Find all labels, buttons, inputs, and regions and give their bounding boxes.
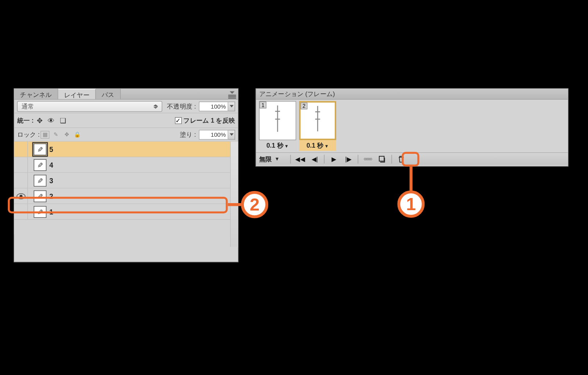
loop-select[interactable]: 無限 [259, 155, 288, 164]
opacity-dropdown-icon[interactable] [228, 101, 235, 111]
blend-opacity-row: 通常 不透明度 : 100% [14, 100, 238, 113]
blend-mode-select[interactable]: 通常 [17, 101, 162, 112]
callout-1: 1 [397, 191, 425, 218]
visibility-toggle[interactable] [14, 142, 28, 157]
lock-all-icon[interactable]: 🔒 [73, 130, 82, 138]
lock-label: ロック : [17, 130, 40, 139]
tab-paths[interactable]: パス [96, 89, 121, 99]
animation-title-text: アニメーション (フレーム) [259, 89, 335, 98]
layer-thumbnail[interactable] [34, 143, 47, 155]
layer-name: 5 [49, 145, 53, 153]
animation-frame[interactable]: 1 0.1 秒 [259, 101, 296, 151]
tab-label: パス [102, 90, 115, 99]
frame-content-icon [277, 105, 278, 132]
next-frame-button[interactable]: |▶ [342, 154, 355, 164]
panel-menu-icon[interactable] [228, 91, 236, 98]
layer-row[interactable]: 5 [14, 142, 238, 157]
callout-2: 2 [241, 191, 268, 218]
layers-panel: チャンネル レイヤー パス 通常 不透明度 : 100% 統一 : ✥ 👁 ❏ … [14, 88, 238, 262]
fill-input[interactable]: 100% [199, 130, 228, 139]
callout-box-1 [402, 152, 419, 167]
first-frame-button[interactable]: ◀◀ [294, 154, 307, 164]
duplicate-frame-button[interactable] [376, 154, 389, 164]
lock-transparent-icon[interactable]: ▦ [41, 130, 50, 138]
layer-row[interactable]: 3 [14, 173, 238, 189]
callout-2-text: 2 [250, 195, 260, 215]
lock-fill-row: ロック : ▦ ✎ ✥ 🔒 塗り : 100% [14, 128, 238, 142]
layer-row[interactable]: 4 [14, 157, 238, 173]
callout-1-text: 1 [406, 194, 416, 214]
layer-thumbnail[interactable] [34, 175, 47, 186]
visibility-toggle[interactable] [14, 157, 28, 173]
frame-number: 2 [301, 103, 308, 110]
unify-style-icon[interactable]: ❏ [58, 116, 68, 125]
callout-connector-1 [410, 166, 413, 193]
layers-tab-strip: チャンネル レイヤー パス [14, 89, 238, 100]
frame-content-icon [317, 106, 318, 132]
play-button[interactable]: ▶ [328, 154, 341, 164]
fill-label: 塗り : [180, 130, 196, 139]
tween-button[interactable]: ○○○○ [361, 154, 374, 164]
callout-connector-2 [228, 203, 243, 206]
layer-name: 4 [49, 161, 53, 169]
frame-delay-text: 0.1 秒 [266, 142, 283, 149]
layer-list-footer [14, 220, 238, 235]
layer-thumbnail[interactable] [34, 159, 47, 171]
frame-strip: 1 0.1 秒 2 0.1 秒 [256, 100, 568, 152]
frame-delay[interactable]: 0.1 秒 [259, 140, 296, 151]
propagate-frame1-checkbox[interactable] [175, 117, 182, 124]
opacity-input[interactable]: 100% [199, 101, 228, 111]
lock-position-icon[interactable]: ✥ [62, 130, 71, 138]
unify-visibility-icon[interactable]: 👁 [47, 116, 56, 125]
tab-channels[interactable]: チャンネル [14, 89, 58, 99]
animation-panel-title: アニメーション (フレーム) [256, 89, 568, 100]
frame-delay[interactable]: 0.1 秒 [299, 140, 336, 151]
svg-rect-0 [379, 156, 384, 161]
loop-value: 無限 [259, 155, 272, 164]
blend-mode-value: 通常 [22, 102, 34, 111]
frame-thumbnail[interactable]: 2 [299, 101, 336, 140]
propagate-frame1-label: フレーム 1 を反映 [183, 116, 235, 125]
unify-label: 統一 : [17, 116, 34, 125]
visibility-toggle[interactable] [14, 173, 28, 188]
layers-scrollbar[interactable] [230, 142, 238, 247]
tab-label: レイヤー [64, 91, 90, 100]
layer-name: 3 [49, 177, 53, 184]
callout-box-2 [8, 197, 228, 214]
unify-row: 統一 : ✥ 👁 ❏ フレーム 1 を反映 [14, 113, 238, 128]
frame-number: 1 [260, 102, 267, 109]
prev-frame-button[interactable]: ◀| [308, 154, 321, 164]
frame-thumbnail[interactable]: 1 [259, 101, 296, 140]
tab-layers[interactable]: レイヤー [58, 89, 96, 99]
unify-position-icon[interactable]: ✥ [35, 116, 45, 125]
tab-label: チャンネル [20, 90, 52, 99]
animation-frame[interactable]: 2 0.1 秒 [299, 101, 336, 151]
lock-pixels-icon[interactable]: ✎ [52, 130, 61, 138]
opacity-label: 不透明度 : [167, 102, 196, 111]
frame-delay-text: 0.1 秒 [307, 142, 323, 149]
fill-dropdown-icon[interactable] [228, 130, 235, 139]
